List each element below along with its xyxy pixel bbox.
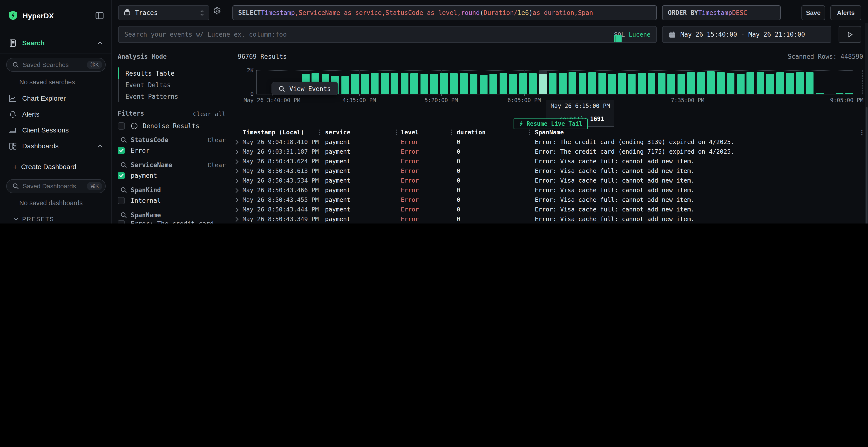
histogram-bar[interactable] [499,73,507,94]
histogram-bar[interactable] [341,76,349,94]
histogram-bar[interactable] [529,73,537,94]
histogram-bar[interactable] [549,73,557,94]
column-header-level[interactable]: level [401,128,419,137]
histogram-bar[interactable] [628,74,636,94]
checkbox-unchecked[interactable] [118,197,125,204]
clear-filter-button[interactable]: Clear [208,161,226,168]
histogram-bar[interactable] [568,72,576,94]
table-row[interactable]: May 26 8:50:43.466 PMpaymentError0Error:… [231,185,868,195]
histogram-bar[interactable] [717,72,724,94]
table-row[interactable]: May 26 8:50:43.624 PMpaymentError0Error:… [231,157,868,166]
histogram-bar[interactable] [539,74,547,94]
clear-all-button[interactable]: Clear all [193,110,226,117]
histogram-bar[interactable] [806,72,813,94]
histogram-bar[interactable] [687,72,695,94]
column-resize-handle[interactable] [451,130,452,135]
histogram-bar[interactable] [430,74,438,94]
column-header-spanname[interactable]: SpanName [535,128,564,137]
analysis-mode-option[interactable]: Event Deltas [119,79,231,91]
checkbox-checked[interactable] [118,147,125,154]
histogram-bar[interactable] [588,72,596,94]
live-tail-play-button[interactable] [839,26,861,43]
histogram-bar[interactable] [756,72,764,94]
histogram-bar[interactable] [776,72,784,94]
histogram-bar[interactable] [727,73,735,94]
sidebar-item-chart-explorer[interactable]: Chart Explorer [0,91,112,105]
table-row[interactable]: May 26 8:50:43.444 PMpaymentError0Error:… [231,205,868,214]
column-header-service[interactable]: service [325,128,350,137]
histogram-bar[interactable] [737,74,744,94]
sidebar-item-dashboards[interactable]: Dashboards [0,139,112,153]
column-resize-handle[interactable] [396,130,397,135]
denoise-results-option[interactable]: Denoise Results [118,122,231,130]
histogram-bar[interactable] [460,73,467,94]
histogram-bar[interactable] [401,72,408,94]
column-header-duration[interactable]: duration [457,128,486,137]
saved-dashboards-input[interactable]: Saved Dashboards ⌘K [6,179,105,193]
view-events-button[interactable]: View Events [272,82,338,95]
table-row[interactable]: May 26 9:03:31.187 PMpaymentError0Error:… [231,147,868,157]
save-button[interactable]: Save [802,5,825,20]
checkbox-checked[interactable] [118,172,125,179]
filter-option[interactable]: Internal [118,196,231,205]
mode-lucene[interactable]: Lucene [629,31,651,38]
table-row[interactable]: May 26 8:50:43.534 PMpaymentError0Error:… [231,176,868,185]
source-settings-gear-icon[interactable] [213,7,221,15]
saved-searches-input[interactable]: Saved Searches ⌘K [6,58,105,72]
column-resize-handle[interactable] [529,130,530,135]
histogram-bar[interactable] [519,73,527,94]
histogram-bar[interactable] [648,73,655,94]
histogram-bar[interactable] [371,73,378,94]
query-language-toggle[interactable]: SQL | Lucene [614,31,651,38]
histogram-bar[interactable] [559,73,566,94]
histogram-bar[interactable] [598,73,606,94]
histogram-bar[interactable] [697,72,705,94]
sidebar-item-alerts[interactable]: Alerts [0,107,112,122]
histogram-bar[interactable] [766,74,774,94]
histogram-bar[interactable] [657,73,665,94]
collapse-sidebar-icon[interactable] [95,12,104,19]
histogram-bar[interactable] [707,72,715,94]
sidebar-item-client-sessions[interactable]: Client Sessions [0,123,112,137]
histogram-bar[interactable] [677,74,685,94]
clear-filter-button[interactable]: Clear [208,136,226,143]
filter-option[interactable]: Error: The credit card … [118,219,231,224]
histogram-bar[interactable] [746,72,754,94]
histogram-bar[interactable] [668,74,675,94]
search-input[interactable] [119,31,614,38]
histogram-bar[interactable] [490,74,497,94]
histogram-bar[interactable] [608,74,616,94]
histogram-bar[interactable] [470,74,477,94]
table-row[interactable]: May 26 9:04:18.410 PMpaymentError0Error:… [231,137,868,147]
table-row[interactable]: May 26 8:50:43.455 PMpaymentError0Error:… [231,195,868,205]
table-row[interactable]: May 26 8:50:43.349 PMpaymentError0Error:… [231,214,868,224]
histogram-bar[interactable] [410,73,418,94]
histogram-bar[interactable] [450,73,458,94]
table-options-icon[interactable]: ⋮ [859,128,865,137]
histogram-bar[interactable] [786,73,794,94]
checkbox-unchecked[interactable] [118,122,125,129]
histogram-bar[interactable] [420,73,428,94]
source-select[interactable]: Traces [118,5,209,20]
column-header-timestamp[interactable]: Timestamp (Local) [243,128,304,137]
resume-live-tail-button[interactable]: Resume Live Tail [514,118,588,129]
sidebar-item-search[interactable]: Search [0,36,112,50]
table-row[interactable]: May 26 8:50:43.613 PMpaymentError0Error:… [231,166,868,176]
analysis-mode-option[interactable]: Results Table [119,67,231,79]
sql-select-editor[interactable]: SELECT Timestamp, ServiceName as service… [232,5,657,20]
histogram-bar[interactable] [509,73,517,94]
histogram-bar[interactable] [579,72,586,94]
presets-toggle[interactable]: PRESETS [0,215,112,223]
alerts-button[interactable]: Alerts [830,5,861,20]
histogram-bar[interactable] [479,75,487,94]
histogram-bar[interactable] [361,74,369,94]
scrollbar-thumb[interactable] [866,107,868,224]
histogram-bar[interactable] [440,73,448,94]
order-by-editor[interactable]: ORDER BY Timestamp DESC [662,5,781,20]
filter-option[interactable]: Error [118,145,231,155]
histogram-bar[interactable] [796,72,804,94]
column-resize-handle[interactable] [319,130,320,135]
histogram-bar[interactable] [618,73,626,94]
checkbox-unchecked[interactable] [118,220,125,224]
create-dashboard-button[interactable]: + Create Dashboard [0,160,112,173]
